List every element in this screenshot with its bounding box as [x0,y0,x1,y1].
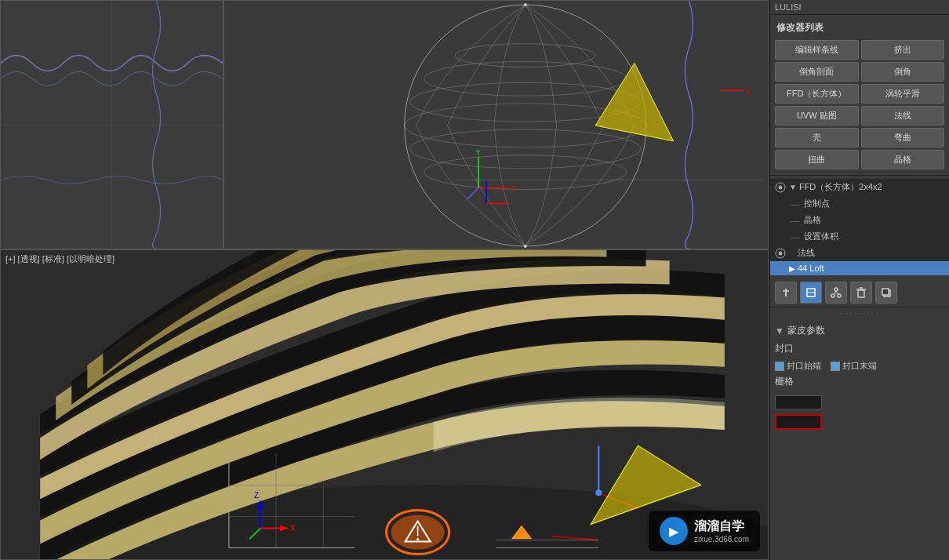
modifier-list-title: 修改器列表 [775,18,944,38]
eye-icon[interactable] [775,182,786,193]
mod-lattice-sub[interactable]: — 晶格 [786,212,949,228]
bottom-vp-label: [+] [透视] [标准] [以明暗处理] [5,253,115,265]
cap-end-label: 封口末端 [842,360,877,372]
svg-point-12 [524,245,527,248]
watermark-logo: ▶ [660,517,688,545]
params-title: 蒙皮参数 [787,324,825,337]
cap-label: 封口 [775,342,944,355]
svg-line-64 [836,291,838,294]
svg-text:X: X [746,86,751,95]
btn-bevel-profile[interactable]: 倒角剖面 [775,62,859,82]
btn-bevel[interactable]: 倒角 [861,62,945,82]
separator: · · · · · · · · · · · [770,307,949,319]
svg-point-53 [779,185,783,189]
ffd-arrow: ▼ [789,183,797,191]
vp-top-left[interactable] [0,0,224,249]
cap-start-checkbox[interactable] [775,362,784,371]
btn-extrude[interactable]: 挤出 [861,40,945,60]
params-arrow: ▼ [775,325,784,336]
grid-label: 栅格 [775,375,944,388]
cap-start-label: 封口始端 [787,360,821,372]
copy-icon-btn[interactable] [875,282,897,304]
dash-icon3: — [791,232,799,242]
dash-icon2: — [791,216,799,225]
modifier-buttons: 编辑样条线 挤出 倒角剖面 倒角 FFD（长方体） 涡轮平滑 UVW 贴图 法线… [775,38,944,172]
svg-text:Y: Y [475,147,481,156]
svg-rect-69 [882,289,889,295]
svg-point-60 [834,288,838,291]
mod-control-label: 控制点 [804,198,830,209]
cap-end-checkbox[interactable] [831,362,840,371]
svg-text:X: X [290,524,296,533]
mod-normal[interactable]: 法线 [770,245,949,261]
btn-edit-spline[interactable]: 编辑样条线 [775,40,859,60]
svg-point-62 [838,294,841,297]
cap-end-item[interactable]: 封口末端 [831,360,877,372]
play-icon: ▶ [669,524,678,539]
input-row-1 [775,393,944,412]
svg-text:X: X [512,184,518,192]
panel-top-value: LULISI [770,0,949,15]
mod-loft-label: 44 Loft [798,264,824,273]
params-header: ▼ 蒙皮参数 [775,324,944,337]
svg-point-33 [595,489,602,496]
right-panel: LULISI 修改器列表 编辑样条线 挤出 倒角剖面 倒角 FFD（长方体） 涡… [769,0,949,560]
svg-line-63 [834,291,836,294]
icon-toolbar [770,278,949,307]
delete-icon-btn[interactable] [850,282,872,304]
cap-start-item[interactable]: 封口始端 [775,360,821,372]
btn-turbosmooth[interactable]: 涡轮平滑 [861,84,945,104]
modifier-icon-btn[interactable] [800,282,822,304]
btn-twist[interactable]: 扭曲 [775,150,859,169]
btn-normal[interactable]: 法线 [861,106,945,125]
btn-bend[interactable]: 弯曲 [861,128,945,147]
main-layout: X Y [0,0,949,560]
param-input-1[interactable] [775,395,822,409]
svg-rect-3 [229,1,763,249]
watermark-title: 溜溜自学 [694,518,749,535]
viewport-area: X Y [0,0,769,560]
watermark-content: 溜溜自学 zixue.3d66.com [694,518,749,544]
mod-ffd[interactable]: ▼ FFD（长方体）2x4x2 [770,179,949,195]
dash-icon: — [791,199,799,209]
loft-arrow: ▶ [789,264,795,273]
svg-rect-65 [858,290,864,297]
input-row-2 [775,412,944,432]
btn-uvw[interactable]: UVW 贴图 [775,106,859,125]
modifier-list-section: 修改器列表 编辑样条线 挤出 倒角剖面 倒角 FFD（长方体） 涡轮平滑 UVW… [770,15,949,176]
svg-point-11 [524,3,527,6]
mod-set-volume[interactable]: — 设置体积 [786,228,949,245]
param-input-2[interactable] [775,414,822,430]
svg-text:Z: Z [254,491,259,500]
btn-lattice[interactable]: 晶格 [861,150,945,169]
btn-ffd[interactable]: FFD（长方体） [775,84,859,104]
modifier-stack: ▼ FFD（长方体）2x4x2 — 控制点 — 晶格 — 设置体积 [770,179,949,275]
mod-loft[interactable]: ▶ 44 Loft [770,261,949,275]
pin-icon-btn[interactable] [775,282,797,304]
hierarchy-icon-btn[interactable] [825,282,847,304]
svg-point-61 [831,294,834,297]
vp-bottom[interactable]: [+] [透视] [标准] [以明暗处理] [0,249,769,560]
watermark: ▶ 溜溜自学 zixue.3d66.com [649,511,760,551]
params-section: ▼ 蒙皮参数 封口 封口始端 封口末端 栅格 [770,319,949,437]
top-row: X Y [0,0,769,249]
vp-top-right[interactable]: X Y [224,0,769,249]
mod-control-point[interactable]: — 控制点 [786,195,949,212]
svg-point-30 [416,538,419,540]
btn-shell[interactable]: 壳 [775,128,859,147]
mod-set-volume-label: 设置体积 [804,231,838,242]
watermark-url: zixue.3d66.com [694,535,749,544]
mod-ffd-label: FFD（长方体）2x4x2 [799,181,882,193]
cap-checkboxes: 封口始端 封口末端 [775,360,944,372]
mod-normal-label: 法线 [798,247,815,259]
mod-lattice-sub-label: 晶格 [804,214,821,226]
eye-icon2[interactable] [775,248,786,259]
svg-point-55 [779,251,783,255]
